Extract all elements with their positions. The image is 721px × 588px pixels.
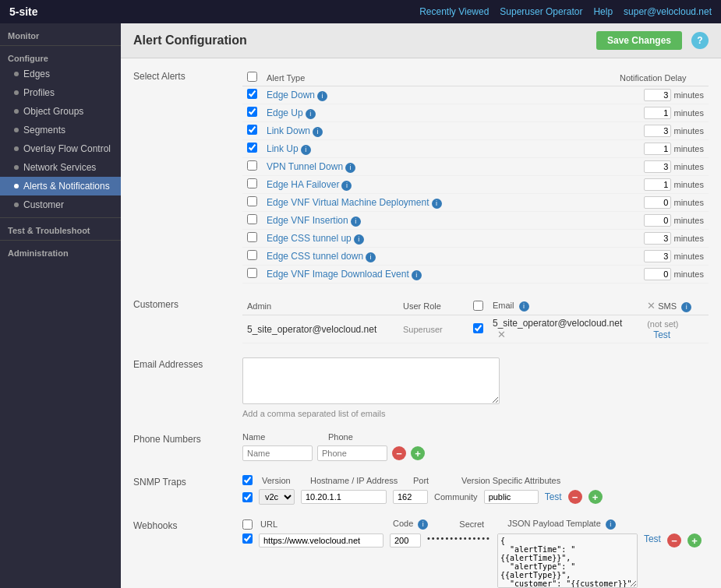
alert-checkbox[interactable] [247, 107, 257, 117]
alert-checkbox[interactable] [247, 89, 257, 99]
snmp-version-select[interactable]: v2c v1 v3 [259, 489, 295, 505]
delay-input[interactable] [644, 107, 671, 119]
alert-info-icon[interactable]: i [412, 270, 422, 280]
table-row: Edge VNF Image Download Eventi minutes [242, 266, 709, 283]
superuser-operator-link[interactable]: Superuser Operator [500, 6, 582, 17]
snmp-enabled-checkbox[interactable] [242, 475, 253, 485]
delay-input[interactable] [644, 89, 671, 101]
sidebar-item-segments-label: Segments [23, 125, 65, 136]
sidebar-item-profiles[interactable]: Profiles [0, 83, 121, 102]
remove-phone-button[interactable]: − [392, 446, 406, 460]
snmp-test-link[interactable]: Test [545, 491, 562, 502]
snmp-row-checkbox[interactable] [242, 492, 253, 502]
alert-checkbox[interactable] [247, 160, 257, 171]
email-addresses-textarea[interactable] [242, 357, 500, 404]
alert-info-icon[interactable]: i [354, 234, 364, 245]
alert-info-icon[interactable]: i [317, 91, 327, 101]
alert-checkbox[interactable] [247, 125, 257, 135]
customer-email-checkbox[interactable] [473, 323, 483, 333]
minutes-label: minutes [673, 90, 704, 100]
sms-x-icon[interactable]: ✕ [647, 300, 656, 312]
webhook-code-input[interactable] [390, 533, 421, 548]
webhook-row-checkbox[interactable] [242, 533, 253, 544]
email-info-icon[interactable]: i [519, 301, 529, 312]
alert-type-link[interactable]: Link Down [267, 125, 310, 136]
alert-info-icon[interactable]: i [351, 217, 361, 227]
json-info-icon[interactable]: i [606, 519, 616, 530]
sidebar-item-segments[interactable]: Segments [0, 121, 121, 139]
alert-type-link[interactable]: Edge VNF Image Download Event [267, 269, 409, 280]
alert-type-link[interactable]: Edge VNF Virtual Machine Deployment [267, 197, 429, 208]
alert-type-link[interactable]: Edge VNF Insertion [267, 215, 348, 226]
sidebar-item-edges[interactable]: Edges [0, 65, 121, 83]
save-button[interactable]: Save Changes [596, 31, 682, 50]
alert-info-icon[interactable]: i [301, 145, 311, 155]
alert-info-icon[interactable]: i [366, 252, 376, 262]
delay-input[interactable] [644, 160, 671, 173]
recently-viewed-link[interactable]: Recently Viewed [419, 6, 489, 17]
webhook-test-link[interactable]: Test [644, 533, 661, 544]
phone-name-input[interactable] [242, 445, 313, 461]
customer-admin: 5_site_operator@velocloud.net [242, 315, 398, 343]
delay-input[interactable] [644, 196, 671, 209]
add-webhook-button[interactable]: + [687, 533, 702, 548]
alert-checkbox[interactable] [247, 214, 257, 224]
alert-checkbox[interactable] [247, 268, 257, 278]
user-link[interactable]: super@velocloud.net [624, 6, 712, 17]
alert-type-link[interactable]: Edge Down [267, 90, 315, 100]
alert-checkbox[interactable] [247, 143, 257, 153]
alert-checkbox[interactable] [247, 232, 257, 242]
delay-input[interactable] [644, 214, 671, 227]
select-all-checkbox[interactable] [247, 72, 257, 82]
snmp-traps-section: SNMP Traps Version Hostname / IP Address… [133, 475, 709, 505]
webhook-json-textarea[interactable]: { "alertTime": "{{alertTime}}", "alertTy… [497, 533, 638, 588]
sidebar-item-network-services[interactable]: Network Services [0, 158, 121, 177]
snmp-community-input[interactable] [484, 490, 539, 504]
alert-checkbox[interactable] [247, 196, 257, 206]
sidebar-item-overlay-flow[interactable]: Overlay Flow Control [0, 139, 121, 158]
snmp-version-header: Version [262, 476, 301, 485]
webhooks-enabled-checkbox[interactable] [242, 519, 253, 530]
remove-webhook-button[interactable]: − [667, 533, 681, 548]
snmp-port-input[interactable] [393, 490, 428, 504]
sms-info-icon[interactable]: i [681, 302, 691, 312]
alert-info-icon[interactable]: i [345, 163, 355, 173]
sms-test-link[interactable]: Test [653, 329, 670, 340]
alert-type-link[interactable]: VPN Tunnel Down [267, 161, 343, 172]
alert-info-icon[interactable]: i [341, 181, 352, 191]
webhook-url-input[interactable] [259, 533, 383, 548]
delay-input[interactable] [644, 250, 671, 262]
select-alerts-label: Select Alerts [133, 69, 242, 283]
alert-type-link[interactable]: Link Up [267, 143, 299, 154]
delay-input[interactable] [644, 268, 671, 280]
help-link[interactable]: Help [593, 6, 613, 17]
email-x-icon[interactable]: ✕ [497, 329, 506, 340]
email-col-checkbox[interactable] [473, 301, 483, 311]
email-addresses-label: Email Addresses [133, 357, 242, 418]
sidebar-item-alerts[interactable]: Alerts & Notifications [0, 177, 121, 195]
alert-info-icon[interactable]: i [306, 109, 316, 119]
code-info-icon[interactable]: i [418, 519, 428, 530]
help-button[interactable]: ? [691, 32, 709, 49]
col-email-text-header: Email i [488, 298, 642, 315]
alert-type-link[interactable]: Edge Up [267, 107, 303, 118]
customer-email: 5_site_operator@velocloud.net ✕ [488, 315, 642, 343]
sidebar-item-object-groups[interactable]: Object Groups [0, 102, 121, 121]
sidebar-item-customer[interactable]: Customer [0, 195, 121, 214]
delay-input[interactable] [644, 178, 671, 191]
delay-input[interactable] [644, 143, 671, 155]
add-phone-button[interactable]: + [411, 446, 425, 460]
alert-checkbox[interactable] [247, 178, 257, 188]
alert-info-icon[interactable]: i [313, 127, 323, 137]
add-snmp-button[interactable]: + [588, 490, 603, 504]
phone-number-input[interactable] [317, 445, 387, 461]
alert-type-link[interactable]: Edge HA Failover [267, 179, 339, 190]
alert-type-link[interactable]: Edge CSS tunnel down [267, 251, 363, 262]
snmp-hostname-input[interactable] [301, 490, 387, 504]
alert-type-link[interactable]: Edge CSS tunnel up [267, 233, 352, 244]
delay-input[interactable] [644, 125, 671, 137]
alert-info-icon[interactable]: i [432, 199, 442, 209]
alert-checkbox[interactable] [247, 250, 257, 260]
remove-snmp-button[interactable]: − [568, 490, 582, 504]
delay-input[interactable] [644, 232, 671, 245]
